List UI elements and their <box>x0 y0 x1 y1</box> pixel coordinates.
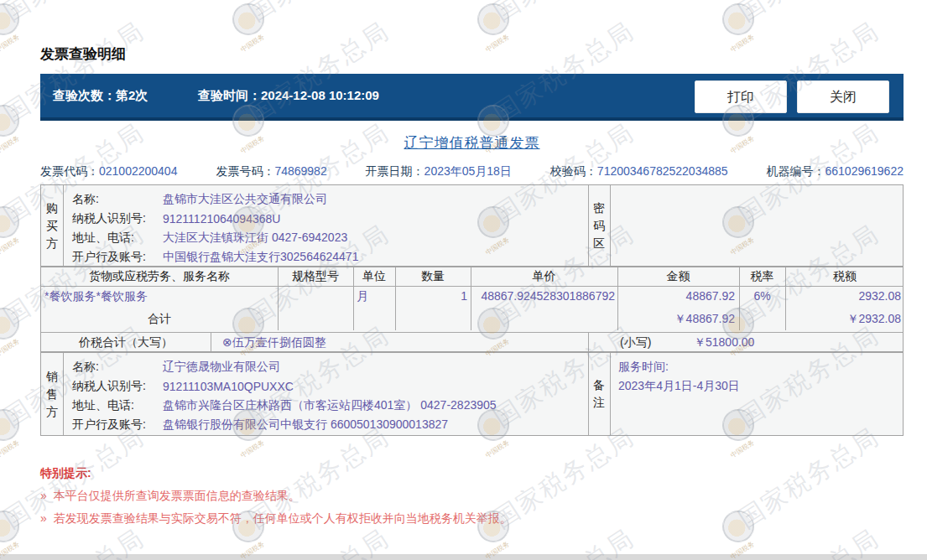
item-price: 48867.924528301886792 <box>471 289 615 303</box>
remark-line-1: 服务时间: <box>618 357 898 376</box>
item-taxrate: 6% <box>739 289 785 303</box>
watermark-tile: 国家税务总局中国税务 <box>0 459 231 560</box>
buyer-side-label: 购买方 <box>41 185 63 266</box>
tax-emblem-icon <box>0 3 19 35</box>
sum-numeric-value: ￥51800.00 <box>694 335 754 350</box>
check-count: 查验次数：第2次 <box>53 88 148 104</box>
invoice-title: 辽宁增值税普通发票 <box>40 133 904 153</box>
seller-section: 销售方 名称:辽宁德晟物业有限公司 纳税人识别号:91211103MA10QPU… <box>40 352 904 436</box>
remark-content: 服务时间: 2023年4月1日-4月30日 <box>618 357 898 396</box>
invoice-number: 发票号码：74869982 <box>216 164 326 179</box>
check-count-value: 第2次 <box>116 88 148 102</box>
col-header-price: 单价 <box>471 267 617 286</box>
total-amount: ￥48867.92 <box>617 312 735 327</box>
buyer-address-row: 地址、电话:大洼区大洼镇珠江街 0427-6942023 <box>64 228 586 247</box>
notice-item-1: »本平台仅提供所查询发票票面信息的查验结果。 <box>40 489 300 504</box>
arrow-icon: » <box>40 511 47 525</box>
page-title: 发票查验明细 <box>40 44 126 64</box>
buyer-bank-row: 开户行及账号:中国银行盘锦大洼支行302564624471 <box>64 247 586 267</box>
tax-emblem-icon <box>0 308 19 340</box>
seller-bank-row: 开户行及账号:盘锦银行股份有限公司中银支行 660050130900013827 <box>64 415 586 434</box>
seller-name-row: 名称:辽宁德晟物业有限公司 <box>64 357 586 376</box>
tax-emblem-icon <box>477 3 509 35</box>
item-tax: 2932.08 <box>785 289 901 303</box>
remark-line-2: 2023年4月1日-4月30日 <box>618 376 898 396</box>
col-header-amount: 金额 <box>617 267 739 286</box>
tax-emblem-icon <box>0 409 19 441</box>
total-tax: ￥2932.08 <box>785 312 901 327</box>
tax-emblem-icon <box>0 206 19 238</box>
buyer-name-row: 名称:盘锦市大洼区公共交通有限公司 <box>64 189 586 209</box>
check-time: 查验时间：2024-12-08 10:12:09 <box>198 88 379 104</box>
watermark-tile: 国家税务总局中国税务 <box>477 459 721 560</box>
item-unit: 月 <box>357 289 368 304</box>
check-time-value: 2024-12-08 10:12:09 <box>261 88 379 102</box>
sum-numeric-label: (小写) <box>620 335 651 350</box>
item-amount: 48867.92 <box>617 289 735 303</box>
check-time-label: 查验时间： <box>198 88 261 102</box>
seller-address-row: 地址、电话:盘锦市兴隆台区庄林路西（市客运站四楼401室） 0427-28239… <box>64 396 586 415</box>
remark-side-label: 备注 <box>588 353 610 435</box>
col-header-tax: 税额 <box>785 267 904 286</box>
buyer-section: 购买方 名称:盘锦市大洼区公共交通有限公司 纳税人识别号:91211121064… <box>40 184 904 267</box>
notice-title: 特别提示: <box>40 466 91 481</box>
machine-number: 机器编号：661029619622 <box>767 164 904 179</box>
item-name: *餐饮服务*餐饮服务 <box>44 289 148 304</box>
item-qty: 1 <box>395 289 467 303</box>
sum-words-value: ⊗伍万壹仟捌佰圆整 <box>222 335 326 350</box>
tax-emblem-icon <box>722 3 754 35</box>
tax-emblem-icon <box>0 511 19 542</box>
col-header-unit: 单位 <box>353 267 395 286</box>
close-button[interactable]: 关闭 <box>797 80 889 113</box>
invoice-check-code: 校验码：71200346782522034885 <box>550 164 728 179</box>
watermark-tile: 国家税务总局中国税务 <box>232 459 476 560</box>
tax-emblem-icon <box>232 3 264 35</box>
buyer-taxid-row: 纳税人识别号:91211121064094368U <box>64 209 586 228</box>
seller-side-label: 销售方 <box>41 353 63 435</box>
watermark-tile: 国家税务总局中国税务 <box>477 0 721 54</box>
password-zone-content <box>611 185 903 266</box>
seller-fields: 名称:辽宁德晟物业有限公司 纳税人识别号:91211103MA10QPUXXC … <box>64 357 586 434</box>
password-zone-label: 密码区 <box>588 185 610 266</box>
col-header-name: 货物或应税劳务、服务名称 <box>41 267 278 286</box>
col-header-spec: 规格型号 <box>278 267 353 286</box>
notice-item-2: »若发现发票查验结果与实际交易不符，任何单位或个人有权拒收并向当地税务机关举报。 <box>40 511 512 526</box>
check-count-label: 查验次数： <box>53 88 116 102</box>
total-label: 合计 <box>41 312 278 327</box>
watermark-tile: 国家税务总局中国税务 <box>722 0 927 54</box>
invoice-code: 发票代码：021002200404 <box>40 164 177 179</box>
watermark-tile: 国家税务总局中国税务 <box>722 459 927 560</box>
bottom-scrollbar-strip[interactable] <box>0 554 927 560</box>
seller-taxid-row: 纳税人识别号:91211103MA10QPUXXC <box>64 376 586 396</box>
col-header-taxrate: 税率 <box>739 267 785 286</box>
tax-emblem-icon <box>722 511 754 542</box>
arrow-icon: » <box>40 489 47 502</box>
verify-toolbar: 查验次数：第2次 查验时间：2024-12-08 10:12:09 打印 关闭 <box>40 74 904 121</box>
watermark-tile: 国家税务总局中国税务 <box>232 0 476 54</box>
items-table: 货物或应税劳务、服务名称 规格型号 单位 数量 单价 金额 税率 税额 *餐饮服… <box>40 267 904 352</box>
invoice-date: 开票日期：2023年05月18日 <box>366 164 512 179</box>
tax-emblem-icon <box>0 105 19 137</box>
sum-words-label: 价税合计（大写） <box>41 335 211 350</box>
col-header-qty: 数量 <box>395 267 471 286</box>
print-button[interactable]: 打印 <box>695 80 787 113</box>
buyer-fields: 名称:盘锦市大洼区公共交通有限公司 纳税人识别号:912111210640943… <box>64 189 586 267</box>
invoice-codes-row: 发票代码：021002200404 发票号码：74869982 开票日期：202… <box>40 164 904 179</box>
